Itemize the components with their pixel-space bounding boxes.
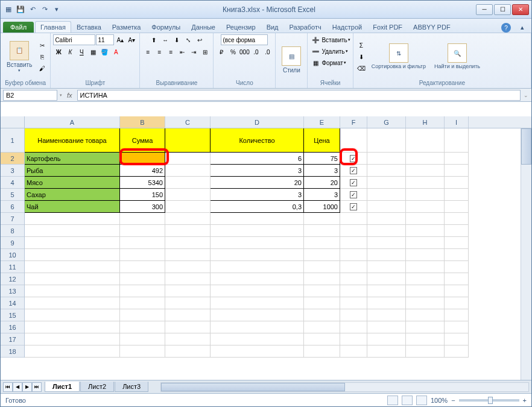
- cell-empty[interactable]: [406, 261, 445, 273]
- help-icon[interactable]: ?: [501, 23, 511, 33]
- cell-empty[interactable]: [25, 213, 120, 225]
- cell-empty[interactable]: [120, 297, 165, 309]
- column-header-D[interactable]: D: [211, 116, 304, 128]
- cell-empty[interactable]: [165, 225, 211, 237]
- cell-empty[interactable]: [340, 333, 367, 345]
- cell-empty[interactable]: [406, 345, 445, 358]
- cell-empty[interactable]: [211, 309, 304, 321]
- font-size-combo[interactable]: 11: [96, 34, 114, 45]
- zoom-out-icon[interactable]: −: [451, 397, 455, 404]
- cell-empty[interactable]: [25, 261, 120, 273]
- cell-empty[interactable]: [165, 201, 211, 213]
- row-header-10[interactable]: 10: [1, 249, 24, 261]
- cell-empty[interactable]: [445, 321, 469, 333]
- cell-empty[interactable]: [445, 333, 469, 345]
- cell-empty[interactable]: [304, 249, 340, 261]
- align-bottom-icon[interactable]: ⬇: [171, 34, 182, 45]
- copy-icon[interactable]: ⎘: [37, 51, 48, 62]
- cell-empty[interactable]: [120, 345, 165, 358]
- autosum-icon[interactable]: Σ: [356, 40, 367, 51]
- row-header-12[interactable]: 12: [1, 273, 24, 285]
- zoom-level[interactable]: 100%: [431, 397, 448, 404]
- row-header-8[interactable]: 8: [1, 225, 24, 237]
- cell-empty[interactable]: [120, 261, 165, 273]
- column-header-E[interactable]: E: [304, 116, 340, 128]
- cell-empty[interactable]: [406, 285, 445, 297]
- cell-empty[interactable]: [406, 273, 445, 285]
- align-right-icon[interactable]: ≡: [165, 46, 176, 57]
- increase-decimal-icon[interactable]: .0: [250, 46, 261, 57]
- cell-empty[interactable]: [445, 213, 469, 225]
- cell-empty[interactable]: [367, 345, 406, 358]
- cell-qty[interactable]: 6: [211, 153, 304, 165]
- cell-empty[interactable]: [406, 201, 445, 213]
- align-center-icon[interactable]: ≡: [154, 46, 165, 57]
- sheet-tab-Лист3[interactable]: Лист3: [115, 382, 148, 392]
- cell-empty[interactable]: [25, 285, 120, 297]
- cell-empty[interactable]: [406, 128, 445, 153]
- cell-header-name[interactable]: Наименование товара: [25, 128, 120, 153]
- cell-empty[interactable]: [445, 237, 469, 249]
- cell-empty[interactable]: [367, 201, 406, 213]
- undo-icon[interactable]: ↶: [27, 4, 38, 15]
- column-header-I[interactable]: I: [445, 116, 469, 128]
- cell-product-name[interactable]: Чай: [25, 201, 120, 213]
- format-painter-icon[interactable]: 🖌: [37, 63, 48, 74]
- tab-разработч[interactable]: Разработч: [284, 21, 327, 33]
- cell-empty[interactable]: [340, 249, 367, 261]
- tab-надстрой[interactable]: Надстрой: [327, 21, 367, 33]
- cell-product-name[interactable]: Сахар: [25, 189, 120, 201]
- cell-empty[interactable]: [340, 128, 367, 153]
- cell-header-c[interactable]: [165, 128, 211, 153]
- cell-empty[interactable]: [165, 153, 211, 165]
- cell-empty[interactable]: [25, 309, 120, 321]
- cell-empty[interactable]: [367, 237, 406, 249]
- zoom-in-icon[interactable]: +: [523, 397, 527, 404]
- cell-empty[interactable]: [25, 249, 120, 261]
- delete-button[interactable]: ➖Удалить▾: [310, 46, 350, 57]
- row-header-15[interactable]: 15: [1, 309, 24, 321]
- save-icon[interactable]: 💾: [15, 4, 26, 15]
- cell-empty[interactable]: [340, 273, 367, 285]
- row-header-2[interactable]: 2: [1, 153, 24, 165]
- cell-empty[interactable]: [406, 309, 445, 321]
- cell-empty[interactable]: [211, 345, 304, 358]
- cell-empty[interactable]: [25, 333, 120, 345]
- cell-header-price[interactable]: Цена: [304, 128, 340, 153]
- cell-empty[interactable]: [165, 297, 211, 309]
- cell-empty[interactable]: [445, 153, 469, 165]
- cell-sum[interactable]: 150: [120, 189, 165, 201]
- cell-empty[interactable]: [445, 249, 469, 261]
- sheet-tab-Лист2[interactable]: Лист2: [80, 382, 114, 392]
- row-header-4[interactable]: 4: [1, 177, 24, 189]
- checkbox[interactable]: ✓: [350, 179, 357, 186]
- cell-price[interactable]: 3: [304, 189, 340, 201]
- tab-abbyy pdf[interactable]: ABBYY PDF: [408, 21, 456, 33]
- font-color-icon[interactable]: A: [110, 46, 121, 57]
- name-box[interactable]: B2: [3, 90, 57, 101]
- row-header-13[interactable]: 13: [1, 285, 24, 297]
- cell-empty[interactable]: [445, 165, 469, 177]
- currency-icon[interactable]: ₽: [216, 46, 227, 57]
- cell-empty[interactable]: [304, 261, 340, 273]
- cell-empty[interactable]: [120, 273, 165, 285]
- cell-qty[interactable]: 3: [211, 165, 304, 177]
- redo-icon[interactable]: ↷: [39, 4, 50, 15]
- zoom-slider[interactable]: [459, 399, 519, 402]
- cell-empty[interactable]: [406, 249, 445, 261]
- cell-empty[interactable]: [304, 213, 340, 225]
- column-header-G[interactable]: G: [367, 116, 406, 128]
- cell-empty[interactable]: [367, 309, 406, 321]
- cell-empty[interactable]: [304, 285, 340, 297]
- orientation-icon[interactable]: ⤡: [183, 34, 194, 45]
- row-header-17[interactable]: 17: [1, 333, 24, 345]
- cell-empty[interactable]: [406, 213, 445, 225]
- checkbox[interactable]: ✓: [350, 191, 357, 198]
- cell-empty[interactable]: [165, 285, 211, 297]
- cell-empty[interactable]: [445, 201, 469, 213]
- cell-empty[interactable]: [445, 345, 469, 358]
- cell-sum[interactable]: 300: [120, 201, 165, 213]
- cell-empty[interactable]: [165, 321, 211, 333]
- cell-header-qty[interactable]: Количество: [211, 128, 304, 153]
- cell-price[interactable]: 1000: [304, 201, 340, 213]
